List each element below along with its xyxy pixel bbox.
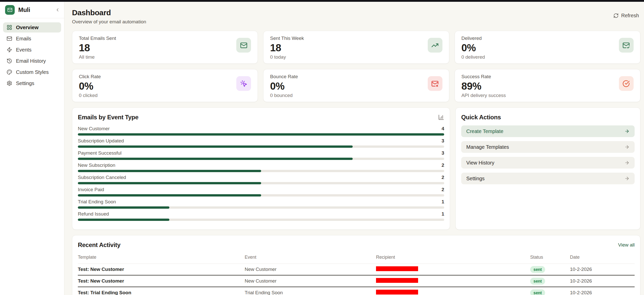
chart-category-label: New Subscription [78,162,115,168]
sidebar-item-label: Settings [16,80,34,86]
mail-icon [7,36,12,41]
view-history-button[interactable]: View History [461,157,635,169]
chart-row: Invoice Paid 2 [78,187,444,196]
mouse-pointer-click-icon [236,76,251,91]
window-top-edge [0,0,644,2]
recipient-redaction-bar [376,266,418,271]
sidebar-item-settings[interactable]: Settings [3,78,61,88]
page-header: Dashboard Overview of your email automat… [72,8,640,25]
cell-date: 10-2-2026 [570,278,635,284]
chart-row: Subscription Canceled 2 [78,175,444,184]
bar-fill [78,206,169,209]
status-badge: sent [530,289,545,295]
chart-category-label: Payment Successful [78,150,121,156]
status-badge: sent [530,278,545,285]
page-title: Dashboard [72,8,146,17]
table-row[interactable]: Test: New Customer New Customer sent 10-… [78,275,635,287]
sidebar-item-email-history[interactable]: Email History [3,56,61,66]
stat-value: 0% [79,80,101,92]
chart-row: Subscription Updated 3 [78,138,444,148]
create-template-button[interactable]: Create Template [461,125,635,137]
mail-x-icon [428,76,442,91]
stat-sub: 0 today [270,54,304,60]
status-badge: sent [530,266,545,273]
stat-value: 0% [461,42,485,53]
sidebar-item-label: Email History [16,58,46,64]
chart-category-label: Invoice Paid [78,187,104,192]
middle-section: Emails by Event Type New Customer 4 [72,107,640,230]
history-icon [7,58,12,64]
cell-template: Test: New Customer [78,267,245,272]
view-all-link[interactable]: View all [618,242,635,248]
bar-fill [78,145,353,148]
refresh-icon [613,13,619,18]
stat-label: Success Rate [461,74,506,79]
refresh-button[interactable]: Refresh [612,12,640,19]
stats-grid: Total Emails Sent 18 All time Sent This … [72,31,640,102]
column-header-recipient: Recipient [376,255,530,260]
recipient-redaction-bar [376,290,418,294]
app-title: Muli [18,6,30,13]
bar-fill [78,133,444,136]
chart-value-label: 3 [441,150,444,156]
emails-by-event-type-panel: Emails by Event Type New Customer 4 [72,107,450,230]
cell-event: New Customer [245,278,376,284]
mail-check-icon [619,38,634,53]
stat-value: 89% [461,80,506,92]
sidebar: Muli Overview Emails [0,2,64,295]
bar-track [78,219,444,221]
main-content: Dashboard Overview of your email automat… [64,2,644,295]
table-row[interactable]: Test: Trial Ending Soon Trial Ending Soo… [78,287,635,295]
sidebar-item-emails[interactable]: Emails [3,34,61,44]
table-row[interactable]: Test: New Customer New Customer sent 10-… [78,264,635,275]
event-type-bar-chart: New Customer 4 Subscription Updated 3 [78,126,444,221]
chart-category-label: Trial Ending Soon [78,199,116,205]
stat-label: Sent This Week [270,36,304,41]
chart-row: New Subscription 2 [78,162,444,172]
arrow-right-icon [624,144,630,150]
sidebar-item-custom-styles[interactable]: Custom Styles [3,67,61,77]
chart-category-label: Refund Issued [78,211,109,217]
chart-category-label: New Customer [78,126,110,132]
cell-date: 10-2-2026 [570,290,635,295]
sidebar-brand-row: Muli [0,2,64,18]
sidebar-item-events[interactable]: Events [3,45,61,55]
sidebar-item-overview[interactable]: Overview [3,22,61,32]
sidebar-item-label: Overview [16,25,39,30]
settings-button[interactable]: Settings [461,173,635,184]
table-header-row: Template Event Recipient Status Date [78,252,635,264]
chart-value-label: 1 [441,211,444,217]
palette-icon [7,69,12,75]
app-root: Muli Overview Emails [0,2,644,295]
chart-value-label: 4 [441,126,444,132]
manage-templates-button[interactable]: Manage Templates [461,141,635,153]
bar-chart-icon [438,114,444,120]
chart-value-label: 1 [441,199,444,205]
bar-fill [78,182,261,184]
stat-card-click-rate: Click Rate 0% 0 clicked [72,69,258,102]
stat-sub: 0 clicked [79,93,101,98]
arrow-right-icon [624,176,630,181]
stat-card-delivered: Delivered 0% 0 delivered [455,31,640,64]
chart-value-label: 2 [441,187,444,192]
mail-icon [236,38,251,53]
sidebar-collapse-button[interactable] [55,7,60,12]
quick-action-label: View History [466,160,494,166]
column-header-event: Event [245,255,376,260]
zap-icon [7,47,12,53]
stat-sub: API delivery success [461,93,506,98]
recent-activity-table: Template Event Recipient Status Date Tes… [78,252,635,295]
stat-value: 0% [270,80,298,92]
app-logo-mail-icon [5,5,15,15]
chart-title: Emails by Event Type [78,114,138,121]
bar-fill [78,219,169,221]
recent-activity-panel: Recent Activity View all Template Event … [72,235,640,295]
bar-track [78,194,444,196]
stat-card-sent-this-week: Sent This Week 18 0 today [263,31,449,64]
chart-row: Payment Successful 3 [78,150,444,160]
chart-row: New Customer 4 [78,126,444,136]
sidebar-item-label: Custom Styles [16,69,49,75]
arrow-right-icon [624,160,630,165]
chart-category-label: Subscription Canceled [78,175,126,180]
stat-label: Bounce Rate [270,74,298,79]
